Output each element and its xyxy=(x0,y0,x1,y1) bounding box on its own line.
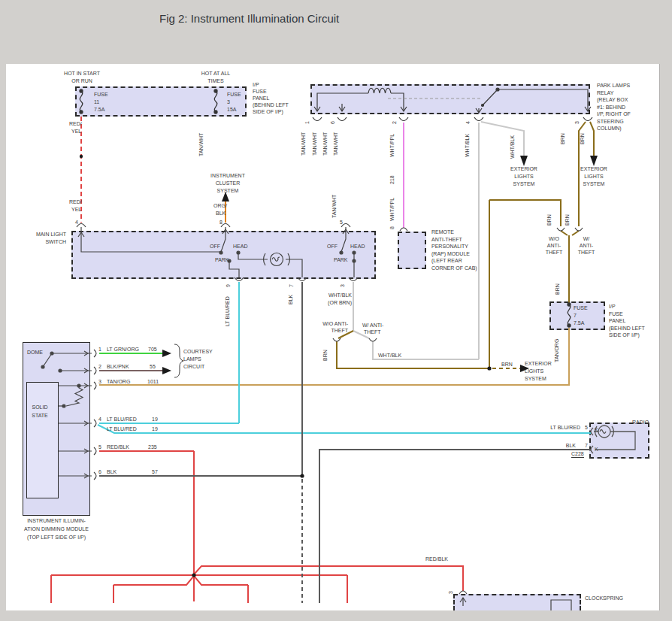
switch-pin-5: 5 xyxy=(340,219,343,226)
ip-panel-line2: FUSE xyxy=(253,88,267,95)
instr-cluster-line1: INSTRUMENT xyxy=(205,172,250,179)
courtesy-line3: CIRCUIT xyxy=(183,363,204,370)
blk-label-v: BLK xyxy=(287,295,294,304)
pin3-number: 3 xyxy=(98,378,101,385)
ip-panel-line3: PANEL xyxy=(253,95,269,101)
radio-blk-label: BLK xyxy=(546,442,576,449)
rap-pin-8: 8 xyxy=(389,226,395,229)
relay-pin-2: 2 xyxy=(391,121,398,124)
fuse3-label: FUSE xyxy=(227,91,241,98)
tan-org-wires xyxy=(99,328,569,385)
brn-label-loop2: BRN xyxy=(564,214,571,226)
ip-panel-line5: SIDE OF I/P) xyxy=(253,108,283,115)
ext-lights3-line3: SYSTEM xyxy=(525,375,546,382)
module-label-line1: INSTRUMENT ILLUMIN- xyxy=(19,517,94,524)
courtesy-line2: LAMPS xyxy=(183,356,201,362)
radio-terminal-k1: K xyxy=(595,426,598,433)
tan-wht-label-d: TAN/WHT xyxy=(332,132,339,156)
fuse11-label: FUSE xyxy=(94,91,108,98)
org-blk-label-a: ORG/ xyxy=(213,202,227,209)
pin2-color: BLK/PNK xyxy=(107,363,129,370)
radio-connector-c228: C228 xyxy=(571,450,584,458)
pin3-circuit: 1011 xyxy=(147,378,159,385)
rap-line1: REMOTE xyxy=(431,229,454,235)
courtesy-line1: COURTESY xyxy=(183,348,213,355)
instr-cluster-line3: SYSTEM xyxy=(205,187,250,194)
main-switch-line1: MAIN LIGHT xyxy=(29,231,66,238)
pin2-number: 2 xyxy=(98,363,101,370)
hot-at-all-label2: TIMES xyxy=(191,77,241,84)
wo-anti-line1: W/O xyxy=(539,235,569,242)
pin2-circuit: 55 xyxy=(150,363,156,370)
switch1-head: HEAD xyxy=(233,243,247,250)
w-anti-inline1: W/ ANTI- xyxy=(362,322,383,329)
rap-line5: (LEFT REAR xyxy=(431,257,462,264)
fuse7-rating: 7.5A xyxy=(574,320,584,326)
pin4b-circuit: 19 xyxy=(152,426,158,432)
tan-org-label-v: TAN/ORG xyxy=(553,339,560,362)
w-anti-line2: ANTI- xyxy=(571,242,601,249)
radio-terminal-k2: K xyxy=(595,446,598,453)
pin4-circuit: 19 xyxy=(152,416,158,423)
solid-state-line2: STATE xyxy=(29,412,51,419)
instr-cluster-line2: CLUSTER xyxy=(205,180,250,186)
wht-blk-label-b: WHT/BLK xyxy=(509,135,516,159)
switch2-park: PARK xyxy=(334,256,348,263)
wht-blk-label-a: WHT/BLK xyxy=(464,134,471,157)
org-blk-label-b: BLK xyxy=(216,210,226,217)
w-anti-inline2: THEFT xyxy=(364,329,381,335)
relay-line3: (RELAY BOX xyxy=(597,96,628,103)
ip-panel-line1: I/P xyxy=(253,81,259,88)
red-yel-label2a: RED/ xyxy=(69,198,82,205)
fuse3-rating: 15A xyxy=(227,106,236,113)
dome-label: DOME xyxy=(27,349,43,356)
ext-lights3-line1: EXTERIOR xyxy=(525,360,552,367)
w-anti-line3: THEFT xyxy=(571,249,601,256)
relay-line1: PARK LAMPS xyxy=(597,82,630,89)
relay-pin-4: 4 xyxy=(465,121,471,124)
ext-lights1-line2: LIGHTS xyxy=(501,173,546,180)
wht-blk-or-brn-a: WHT/BLK xyxy=(323,292,352,298)
relay-pin-1: 1 xyxy=(304,121,310,124)
pin4b-color: LT BLU/RED xyxy=(107,426,137,432)
relay-internals xyxy=(313,88,592,121)
rap-line6: CORNER OF CAB) xyxy=(431,265,477,271)
radio-ltblured-label: LT BLU/RED xyxy=(543,424,580,431)
pin5-number: 5 xyxy=(98,444,101,450)
relay-pin-3: 3 xyxy=(574,121,580,124)
hot-in-start-label2: OR RUN xyxy=(57,77,107,84)
clockspring-label: CLOCKSPRING xyxy=(585,595,623,601)
ip-panel-line4: (BEHIND LEFT xyxy=(253,101,289,108)
fuse7-label: FUSE xyxy=(574,304,588,311)
lt-blu-red-label-v: LT BLU/RED xyxy=(224,296,231,326)
ip-panel2-line5: SIDE OF I/P) xyxy=(609,332,640,338)
switch1-park: PARK xyxy=(215,256,229,263)
ip-panel2-line2: FUSE xyxy=(609,310,623,317)
brn-label-p3r: BRN xyxy=(579,133,586,144)
hot-at-all-label: HOT AT ALL xyxy=(191,70,241,77)
red-yel-label2b: YEL xyxy=(71,206,81,213)
wo-anti-line2: ANTI- xyxy=(539,242,569,249)
tan-wht-label-fuse3: TAN/WHT xyxy=(198,133,204,156)
switch-pin-4: 4 xyxy=(75,219,78,226)
pin5-color: RED/BLK xyxy=(107,444,129,450)
relay-line6: STEERING xyxy=(597,118,624,125)
pin1-number: 1 xyxy=(98,346,101,353)
switch-pin-7: 7 xyxy=(288,284,295,287)
brn-label-fuse7: BRN xyxy=(554,283,561,295)
fuse3-number: 3 xyxy=(227,98,230,105)
relay-line5: I/P, RIGHT OF xyxy=(597,111,631,117)
circuit-218: 218 xyxy=(389,175,395,184)
wht-ppl-label2: WHT/PPL xyxy=(389,198,395,221)
wo-anti-inline2: THEFT xyxy=(312,327,348,334)
switch1-off: OFF xyxy=(210,243,220,250)
radio-pin-5: 5 xyxy=(585,424,588,431)
pin6-color: BLK xyxy=(107,468,117,475)
ext-lights1-line1: EXTERIOR xyxy=(501,165,546,172)
rap-line4: (RAP) MODULE xyxy=(431,250,470,257)
red-yel-label1b: YEL xyxy=(71,128,81,135)
ext-lights2-line1: EXTERIOR xyxy=(571,165,616,172)
switch-pin-9: 9 xyxy=(225,284,232,287)
wht-ppl-label1: WHT/PPL xyxy=(389,134,395,157)
ip-panel2-line4: (BEHIND LEFT xyxy=(609,325,645,332)
